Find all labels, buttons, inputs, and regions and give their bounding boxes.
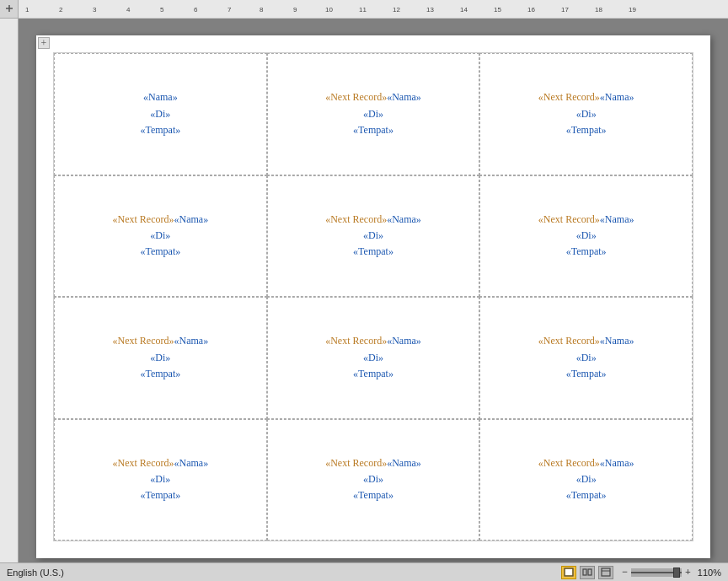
svg-text:15: 15 [494,6,501,13]
print-layout-btn[interactable] [561,566,576,579]
web-layout-btn[interactable] [598,566,613,579]
svg-text:7: 7 [228,6,232,13]
label-cell-12[interactable]: «Next Record»«Nama»«Di»«Tempat» [479,419,693,541]
status-bar: English (U.S.) − [0,562,728,581]
label-grid: «Nama»«Di»«Tempat»«Next Record»«Nama»«Di… [53,52,693,541]
field-line: «Next Record»«Nama» [538,89,634,105]
field-line: «Di» [576,471,597,487]
svg-rect-26 [588,569,592,575]
zoom-out-btn[interactable]: − [622,566,628,578]
ruler-horizontal: 1 2 3 4 5 6 7 8 9 10 11 12 13 14 15 16 1… [19,0,728,19]
field-line: «Tempat» [566,487,607,503]
field-tag: «Nama» [387,213,421,225]
svg-text:18: 18 [595,6,602,13]
field-line: «Di» [150,228,170,244]
field-line: «Tempat» [353,366,393,382]
svg-text:3: 3 [93,6,97,13]
full-reading-btn[interactable] [580,566,595,579]
field-line: «Di» [363,228,383,244]
svg-text:4: 4 [126,6,131,13]
next-record-tag: «Next Record» [538,91,600,103]
document-page: + «Nama»«Di»«Tempat»«Next Record»«Nama»«… [36,35,710,558]
field-tag: «Nama» [174,457,208,469]
field-line: «Next Record»«Nama» [538,333,634,349]
zoom-area: − + 110% [622,566,721,578]
status-right: − + 110% [561,566,721,579]
next-record-tag: «Next Record» [113,335,174,347]
label-cell-1[interactable]: «Nama»«Di»«Tempat» [54,53,267,175]
language-status: English (U.S.) [7,568,64,578]
svg-text:8: 8 [260,6,264,13]
field-line: «Tempat» [353,244,393,260]
field-line: «Tempat» [140,244,180,260]
field-line: «Tempat» [140,122,180,138]
svg-rect-27 [602,568,610,576]
svg-text:16: 16 [527,6,535,13]
field-tag: «Nama» [600,91,634,103]
label-cell-8[interactable]: «Next Record»«Nama»«Di»«Tempat» [267,297,480,419]
svg-text:9: 9 [293,6,297,13]
field-tag: «Nama» [600,457,634,469]
next-record-tag: «Next Record» [538,213,600,225]
ruler-svg: 1 2 3 4 5 6 7 8 9 10 11 12 13 14 15 16 1… [19,0,728,19]
label-cell-2[interactable]: «Next Record»«Nama»«Di»«Tempat» [267,53,480,175]
field-tag: «Nama» [600,335,634,347]
next-record-tag: «Next Record» [113,213,174,225]
next-record-tag: «Next Record» [325,335,387,347]
svg-text:12: 12 [393,6,400,13]
zoom-slider[interactable] [631,568,682,577]
zoom-level: 110% [698,568,721,578]
field-line: «Next Record»«Nama» [113,212,209,228]
label-cell-9[interactable]: «Next Record»«Nama»«Di»«Tempat» [479,297,693,419]
field-tag: «Nama» [600,213,634,225]
field-line: «Tempat» [353,487,393,503]
field-line: «Tempat» [566,122,607,138]
svg-text:10: 10 [325,6,333,13]
svg-text:2: 2 [59,6,63,13]
next-record-tag: «Next Record» [325,91,387,103]
svg-rect-24 [565,569,572,575]
field-line: «Next Record»«Nama» [538,212,634,228]
ruler-left [0,19,19,562]
field-tag: «Nama» [387,457,421,469]
next-record-tag: «Next Record» [113,457,174,469]
field-line: «Di» [576,228,597,244]
svg-rect-25 [583,569,586,575]
field-line: «Next Record»«Nama» [113,333,209,349]
label-cell-7[interactable]: «Next Record»«Nama»«Di»«Tempat» [54,297,267,419]
svg-text:1: 1 [25,6,29,13]
document-area[interactable]: + «Nama»«Di»«Tempat»«Next Record»«Nama»«… [19,19,728,562]
field-line: «Tempat» [353,122,393,138]
label-cell-3[interactable]: «Next Record»«Nama»«Di»«Tempat» [479,53,693,175]
field-line: «Tempat» [140,487,180,503]
svg-text:13: 13 [426,6,434,13]
table-move-handle[interactable]: + [38,37,50,49]
svg-text:17: 17 [561,6,569,13]
field-line: «Di» [150,350,170,366]
label-cell-10[interactable]: «Next Record»«Nama»«Di»«Tempat» [54,419,267,541]
field-line: «Next Record»«Nama» [325,212,421,228]
label-cell-5[interactable]: «Next Record»«Nama»«Di»«Tempat» [267,175,480,298]
svg-text:5: 5 [160,6,164,13]
field-line: «Tempat» [566,244,607,260]
field-line: «Di» [150,106,170,122]
ruler-left-svg [0,19,19,562]
field-line: «Next Record»«Nama» [538,455,634,471]
svg-text:19: 19 [629,6,636,13]
svg-text:6: 6 [194,6,198,13]
field-line: «Di» [576,350,597,366]
field-tag: «Nama» [387,335,421,347]
main-area: + «Nama»«Di»«Tempat»«Next Record»«Nama»«… [0,19,728,562]
field-line: «Next Record»«Nama» [325,455,421,471]
field-line: «Tempat» [140,366,180,382]
zoom-in-btn[interactable]: + [685,566,691,578]
ruler-top: 1 2 3 4 5 6 7 8 9 10 11 12 13 14 15 16 1… [0,0,728,19]
ruler-corner[interactable] [0,0,19,19]
label-cell-4[interactable]: «Next Record»«Nama»«Di»«Tempat» [54,175,267,298]
label-cell-11[interactable]: «Next Record»«Nama»«Di»«Tempat» [267,419,480,541]
label-cell-6[interactable]: «Next Record»«Nama»«Di»«Tempat» [479,175,693,298]
field-tag: «Nama» [174,213,208,225]
field-line: «Di» [363,350,383,366]
field-line: «Next Record»«Nama» [325,333,421,349]
field-line: «Di» [150,471,170,487]
